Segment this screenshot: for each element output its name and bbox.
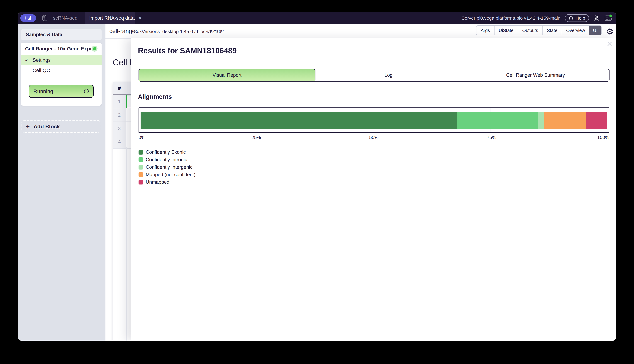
dev-tab-label: UiState [499, 28, 514, 33]
legend-label: Unmapped [146, 179, 170, 185]
top-bar: scRNA-seq Import RNA-seq data × Server p… [18, 12, 616, 24]
legend-label: Confidently Intergenic [146, 164, 192, 170]
alignment-bar-stack [140, 112, 607, 129]
table-empty-column [113, 147, 127, 340]
dev-tab-uistate[interactable]: UiState [494, 26, 518, 35]
dev-tab-group: Args UiState Outputs State Overview UI [476, 26, 602, 36]
legend-swatch [138, 157, 143, 162]
v2-version-label: v2: 1.6.1 [207, 29, 225, 34]
bar-segment-5 [586, 112, 607, 129]
tab-separator [462, 71, 462, 79]
row-index: 3 [113, 122, 126, 135]
block-status-dot [93, 47, 96, 50]
legend-item: Confidently Intergenic [138, 164, 196, 171]
check-icon: ✓ [21, 57, 32, 63]
row-index: 2 [113, 108, 126, 122]
bar-segment-2 [457, 112, 538, 129]
bar-segment-1 [140, 112, 457, 129]
legend-item: Unmapped [138, 178, 196, 186]
tab-label: Cell Ranger Web Summary [506, 72, 565, 78]
block-status-dot-ring [92, 46, 98, 52]
add-block-label: Add Block [34, 124, 60, 130]
server-status-icon[interactable] [604, 14, 612, 22]
sidebar-item-settings[interactable]: ✓ Settings [21, 55, 102, 65]
app-window: scRNA-seq Import RNA-seq data × Server p… [18, 12, 616, 340]
tab-label: Log [384, 72, 392, 78]
tab-visual-report[interactable]: Visual Report [138, 69, 316, 82]
x-tick: 25% [252, 135, 261, 140]
headset-icon [569, 16, 574, 20]
block-card-title: Cell Ranger - 10x Gene Expre… [25, 46, 92, 52]
block-card-cell-ranger: Cell Ranger - 10x Gene Expre… ✓ Settings… [21, 42, 102, 106]
spinner-icon [84, 88, 89, 94]
tab-close-icon[interactable]: × [138, 15, 142, 21]
running-label: Running [34, 88, 53, 94]
cell-qc-label: Cell QC [32, 68, 50, 73]
dev-tab-outputs[interactable]: Outputs [518, 26, 542, 35]
add-block-button[interactable]: + Add Block [22, 120, 100, 133]
dev-tab-label: Overview [566, 28, 585, 33]
row-index: 1 [113, 95, 126, 108]
dev-tab-label: Outputs [522, 28, 538, 33]
row-index: 4 [113, 135, 126, 148]
server-version-label: Server pl0.vega.platforma.bio v1.42.4-15… [462, 16, 560, 21]
block-card-title-row[interactable]: Cell Ranger - 10x Gene Expre… [21, 42, 102, 55]
settings-label: Settings [32, 57, 51, 63]
desktop-user-icon [25, 15, 32, 21]
project-package-icon[interactable] [41, 14, 48, 22]
topbar-right-cluster: Server pl0.vega.platforma.bio v1.42.4-15… [462, 12, 612, 24]
plus-icon: + [26, 123, 30, 130]
tab-log[interactable]: Log [315, 69, 462, 81]
samples-data-label: Samples & Data [26, 32, 62, 38]
dev-tab-state[interactable]: State [542, 26, 562, 35]
dev-tab-label: UI [593, 28, 598, 33]
legend-label: Confidently Exonic [146, 150, 186, 155]
help-button[interactable]: Help [565, 14, 589, 22]
sidebar-item-samples-data[interactable]: Samples & Data [21, 29, 102, 40]
x-tick: 50% [369, 135, 378, 140]
server-online-dot [609, 14, 613, 18]
dev-tab-overview[interactable]: Overview [562, 26, 589, 35]
legend-swatch [138, 172, 143, 177]
sidebar: Samples & Data Cell Ranger - 10x Gene Ex… [18, 24, 106, 340]
x-tick: 75% [487, 135, 496, 140]
running-status-button[interactable]: Running [29, 85, 94, 98]
results-modal: × Results for SAMN18106489 Visual Report… [131, 38, 616, 340]
dev-tab-label: State [547, 28, 558, 33]
active-tab-label: Import RNA-seq data [89, 15, 135, 21]
x-tick: 100% [597, 135, 609, 140]
sidebar-item-cell-qc[interactable]: Cell QC [21, 65, 102, 76]
legend-swatch [138, 180, 143, 184]
app-home-button[interactable] [20, 14, 36, 22]
legend-item: Confidently Exonic [138, 148, 196, 156]
tab-label: Visual Report [212, 72, 242, 78]
bug-report-icon[interactable] [594, 15, 600, 21]
legend-item: Confidently Intronic [138, 156, 196, 164]
settings-gear-icon[interactable]: ⚙ [606, 24, 614, 39]
close-icon[interactable]: × [607, 39, 612, 48]
block-name: cell-ranger [109, 28, 138, 34]
block-header: cell-ranger sdkVersions: desktop 1.45.0 … [106, 24, 616, 39]
tab-cell-ranger-web-summary[interactable]: Cell Ranger Web Summary [462, 69, 609, 81]
x-tick: 0% [138, 135, 145, 140]
legend-label: Confidently Intronic [146, 157, 187, 162]
report-tab-group: Visual Report Log Cell Ranger Web Summar… [138, 69, 610, 82]
legend-label: Mapped (not confident) [146, 172, 196, 178]
tab-import-rna-seq-data[interactable]: Import RNA-seq data × [85, 12, 135, 24]
x-axis: 0% 25% 50% 75% 100% [138, 135, 609, 141]
help-button-label: Help [576, 16, 585, 21]
modal-title: Results for SAMN18106489 [138, 46, 237, 55]
dev-tab-ui[interactable]: UI [589, 26, 601, 35]
legend-swatch [138, 150, 143, 154]
table-header-index: # [113, 82, 126, 94]
workspace-tab[interactable]: scRNA-seq [53, 12, 78, 24]
chart-legend: Confidently Exonic Confidently Intronic … [138, 148, 196, 186]
dev-tab-args[interactable]: Args [476, 26, 494, 35]
legend-item: Mapped (not confident) [138, 171, 196, 178]
bar-segment-4 [544, 112, 586, 129]
workspace-tab-label: scRNA-seq [53, 15, 78, 21]
section-title-alignments: Alignments [138, 93, 172, 100]
bar-segment-3 [538, 112, 544, 129]
alignments-chart [138, 108, 609, 133]
legend-swatch [138, 165, 143, 170]
